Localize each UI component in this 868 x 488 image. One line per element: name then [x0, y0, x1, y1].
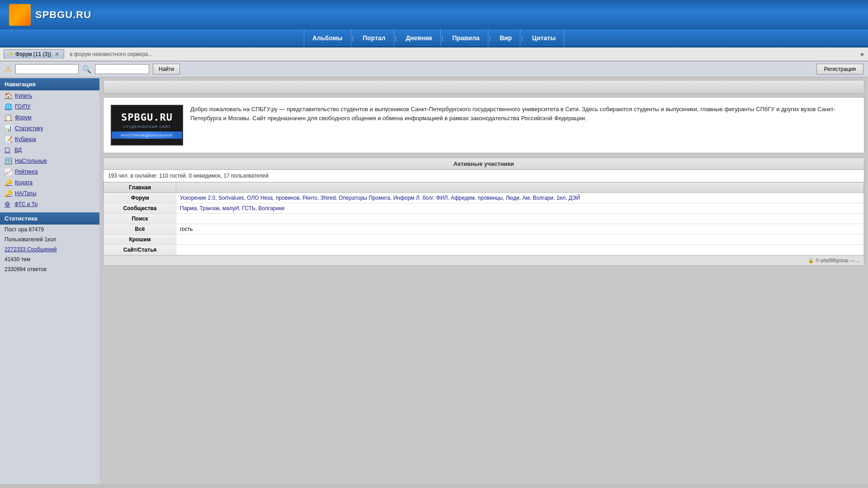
- sidebar-item-label: Форум: [15, 114, 31, 121]
- table-row: Крошим: [104, 235, 864, 245]
- register-button[interactable]: Регистрация: [816, 64, 863, 75]
- sidebar-item-nastolnye[interactable]: 🔢 НаСтольные: [0, 155, 99, 166]
- url-bar: в форум неизвестного сервера...: [67, 50, 857, 58]
- welcome-box: SPBGU.RU СТУДЕНЧЕСКИЙ САЙТ МНОГОФУНКЦИОН…: [103, 97, 864, 153]
- nav-vir[interactable]: Вир: [491, 29, 520, 47]
- row-value-kroshim: [176, 235, 864, 245]
- browser-tab[interactable]: ⚑ Форум (11 (3)) ✕: [4, 49, 64, 59]
- sidebar-stats-header: Статистика: [0, 212, 99, 225]
- sidebar-item-forum[interactable]: 📋 Форум: [0, 112, 99, 123]
- tab-close-icon[interactable]: ✕: [55, 51, 59, 57]
- stat-otvetov: 2330994 ответов: [0, 264, 99, 274]
- nav-quotes[interactable]: Цитаты: [524, 29, 564, 47]
- search-input[interactable]: [15, 64, 79, 74]
- nav-diary[interactable]: Дневник: [397, 29, 441, 47]
- sidebar-item-vd[interactable]: ☐ ВД: [0, 145, 99, 155]
- col-header-empty: [176, 183, 864, 193]
- forum-icon: 📋: [5, 114, 12, 121]
- url-text: в форум неизвестного сервера...: [70, 51, 152, 57]
- table-row: Всё гость: [104, 224, 864, 235]
- nav-rules[interactable]: Правила: [444, 29, 488, 47]
- table-row: Сайт/Статья: [104, 245, 864, 255]
- row-value-forum: Ускорение 2.0, Sortvalues, ОЛО Неза, про…: [176, 193, 864, 203]
- table-row: Форум Ускорение 2.0, Sortvalues, ОЛО Нез…: [104, 193, 864, 203]
- checkbox-icon: ☐: [5, 146, 12, 154]
- site-logo-image: SPBGU.RU СТУДЕНЧЕСКИЙ САЙТ МНОГОФУНКЦИОН…: [111, 105, 183, 145]
- alert-icon: ⚠: [5, 64, 12, 74]
- sidebar-item-nataty[interactable]: 🔑 НА/Таты: [0, 188, 99, 199]
- sidebar-item-kodata[interactable]: 🔑 Кодата: [0, 177, 99, 188]
- main-layout: Навигация 🏠 Купить 🌐 ГО/ПУ 📋 Форум 📊 Ста…: [0, 77, 868, 484]
- sidebar-item-label: Кубанца: [15, 136, 36, 142]
- toolbar: ⚑ Форум (11 (3)) ✕ в форум неизвестного …: [0, 47, 868, 61]
- window-close-icon[interactable]: ●: [860, 50, 864, 58]
- home-icon: 🏠: [5, 92, 12, 99]
- search-icon: 🔍: [82, 65, 91, 74]
- site-logo-bar-text: МНОГОФУНКЦИОНАЛЬНЫЙ: [121, 134, 173, 137]
- row-value-soobshchestva: Парма, Транзак, малуИ, ГСТЬ, Волгарики: [176, 203, 864, 214]
- nav-portal[interactable]: Портал: [354, 29, 394, 47]
- site-logo-sub: СТУДЕНЧЕСКИЙ САЙТ: [123, 125, 170, 129]
- main-content: SPBGU.RU СТУДЕНЧЕСКИЙ САЙТ МНОГОФУНКЦИОН…: [99, 77, 868, 484]
- sidebar-item-kubanets[interactable]: 📝 Кубанца: [0, 134, 99, 145]
- sidebar-item-reytinga[interactable]: 📈 Рейтинга: [0, 166, 99, 177]
- phpbb-text: © phpBBgroup — ...: [816, 258, 860, 263]
- row-label-soobshchestva: Сообщества: [104, 203, 176, 214]
- logo-box: SPBGU.RU: [9, 4, 91, 26]
- col-header-main: Главная: [104, 183, 176, 193]
- find-button[interactable]: Найти: [153, 64, 180, 75]
- find-input[interactable]: [95, 64, 149, 74]
- tab-label: Форум (11 (3)): [15, 51, 51, 57]
- globe-icon: 🌐: [5, 103, 12, 110]
- site-logo-bar: МНОГОФУНКЦИОНАЛЬНЫЙ: [112, 131, 182, 139]
- gear-icon: ⚙: [5, 201, 12, 208]
- stats-icon: 📊: [5, 125, 12, 132]
- stat-tem: 41430 тем: [0, 254, 99, 264]
- number-icon: 🔢: [5, 157, 12, 164]
- nav-albums[interactable]: Альбомы: [304, 29, 351, 47]
- sidebar-item-label: ВД: [14, 147, 22, 153]
- active-users-section: Активные участники 193 чел. в онлайне: 1…: [103, 158, 864, 266]
- stat-polzovatel: Пользователей 1кол: [0, 235, 99, 244]
- row-value-sayt: [176, 245, 864, 255]
- sidebar-item-label: ГО/ПУ: [15, 103, 31, 110]
- logo-text: SPBGU.RU: [35, 9, 91, 21]
- sidebar-item-label: Купить: [15, 93, 32, 99]
- site-header: SPBGU.RU: [0, 0, 868, 29]
- searchbar: ⚠ 🔍 Найти Регистрация: [0, 61, 868, 77]
- sidebar-item-gopu[interactable]: 🌐 ГО/ПУ: [0, 101, 99, 112]
- sidebar: Навигация 🏠 Купить 🌐 ГО/ПУ 📋 Форум 📊 Ста…: [0, 77, 99, 484]
- sidebar-item-label: НаСтольные: [15, 158, 47, 164]
- sidebar-nav-header: Навигация: [0, 78, 99, 90]
- navbar: Альбомы | Портал | Дневник | Правила | В…: [0, 29, 868, 47]
- active-users-header: Активные участники: [104, 158, 864, 170]
- sidebar-item-label: Рейтинга: [15, 169, 38, 175]
- sidebar-item-statistiku[interactable]: 📊 Статистику: [0, 123, 99, 134]
- stat-postor: Пост ора 87479: [0, 225, 99, 235]
- row-value-poisk: [176, 214, 864, 224]
- row-value-vse: гость: [176, 224, 864, 235]
- sidebar-item-label: Статистику: [15, 125, 43, 131]
- sidebar-item-label: Кодата: [15, 179, 33, 186]
- site-logo-text: SPBGU.RU: [121, 112, 173, 123]
- row-label-forum: Форум: [104, 193, 176, 203]
- phpbb-icon: 🔒: [808, 258, 814, 263]
- welcome-text: Добро пожаловать на СПБГУ.ру — представи…: [190, 105, 857, 145]
- active-users-table: Главная Форум Ускорение 2.0, Sortvalues,…: [104, 182, 864, 255]
- row-label-sayt: Сайт/Статья: [104, 245, 176, 255]
- edit-icon: 📝: [5, 136, 12, 143]
- logo-icon: [9, 4, 31, 26]
- sidebar-item-label: ФТС и Тр: [14, 201, 38, 207]
- key2-icon: 🔑: [5, 190, 12, 197]
- chart-icon: 📈: [5, 168, 12, 175]
- sidebar-item-fts[interactable]: ⚙ ФТС и Тр: [0, 199, 99, 210]
- phpbb-footer: 🔒 © phpBBgroup — ...: [104, 255, 864, 265]
- tab-flag-icon: ⚑: [9, 51, 14, 57]
- row-label-vse: Всё: [104, 224, 176, 235]
- sidebar-item-kupit[interactable]: 🏠 Купить: [0, 90, 99, 101]
- table-row: Поиск: [104, 214, 864, 224]
- key-icon: 🔑: [5, 179, 12, 186]
- row-label-poisk: Поиск: [104, 214, 176, 224]
- table-row: Сообщества Парма, Транзак, малуИ, ГСТЬ, …: [104, 203, 864, 214]
- page-header-bar: [103, 80, 864, 94]
